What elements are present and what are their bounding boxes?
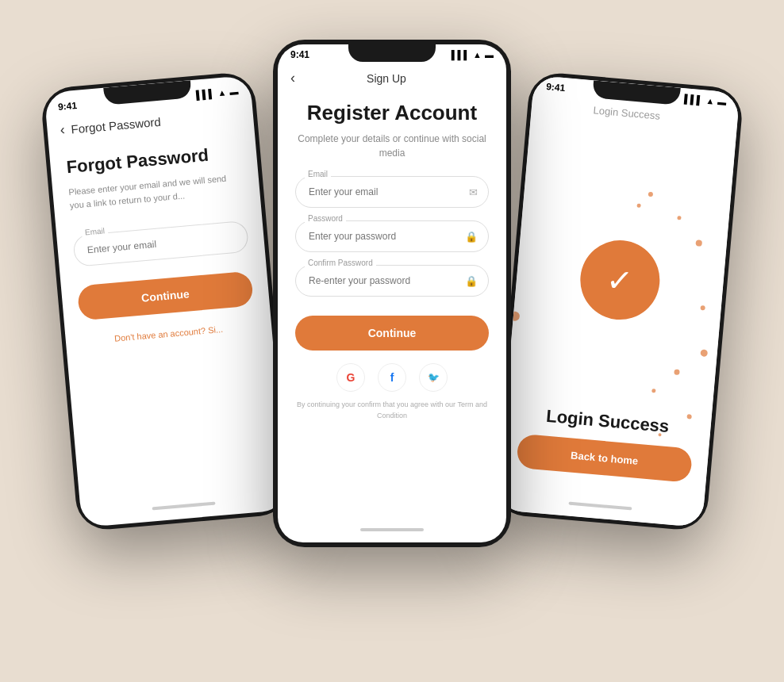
social-buttons-row: G f 🐦 [295,363,489,392]
continue-button-left[interactable]: Continue [77,271,254,321]
wifi-icon-right: ▲ [705,96,715,106]
wifi-icon-center: ▲ [473,50,482,59]
status-icons-left: ▌▌▌ ▲ ▬ [196,86,239,100]
password-input[interactable] [295,220,489,252]
bottom-link-left: Don't have an account? Si... [81,321,256,346]
status-icons-right: ▌▌▌ ▲ ▬ [684,94,727,107]
scene: 9:41 ▌▌▌ ▲ ▬ ‹ Forgot Password Forgot Pa… [35,16,749,666]
wifi-icon: ▲ [217,87,227,98]
terms-text: By continuing your confirm that you agre… [295,400,489,421]
nav-title-left: Forgot Password [71,115,161,136]
google-signin-button[interactable]: G [336,363,365,392]
dot-13 [509,311,520,321]
home-indicator-center [360,528,424,531]
signal-icon-center: ▌▌▌ [452,50,470,59]
lock-icon: 🔒 [465,231,478,243]
dot-8 [701,349,709,357]
password-input-group: Password 🔒 [295,220,489,252]
dot-11 [636,204,640,208]
email-input-group-left: Email [72,220,249,267]
sign-in-link-left[interactable]: Si... [208,324,224,335]
dot-1 [648,191,654,197]
battery-icon-right: ▬ [717,97,727,107]
signup-body: Register Account Complete your details o… [278,93,506,429]
dot-5 [700,305,705,311]
battery-icon-center: ▬ [485,50,494,59]
signal-icon-right: ▌▌▌ [684,94,703,105]
battery-icon: ▬ [229,86,239,97]
email-label-center: Email [305,170,331,178]
confirm-password-input[interactable] [295,265,489,297]
dot-2 [677,216,681,220]
email-input-center[interactable] [295,176,489,208]
forgot-password-screen: 9:41 ▌▌▌ ▲ ▬ ‹ Forgot Password Forgot Pa… [44,75,288,528]
password-label: Password [305,214,346,223]
dot-3 [695,239,702,247]
phone-forgot-password: 9:41 ▌▌▌ ▲ ▬ ‹ Forgot Password Forgot Pa… [40,71,292,531]
dot-6 [674,369,680,375]
checkmark-icon: ✓ [605,262,635,297]
phone-login-success: 9:41 ▌▌▌ ▲ ▬ Login Success [492,71,744,531]
login-success-screen: 9:41 ▌▌▌ ▲ ▬ Login Success [497,75,740,528]
success-icon-wrapper: ✓ [577,236,663,322]
email-input-group-center: Email ✉ [295,176,489,208]
forgot-subtitle: Please enter your email and we will send… [68,170,244,212]
home-indicator-right [568,502,632,511]
email-icon: ✉ [469,186,478,198]
time-right: 9:41 [546,81,566,94]
back-to-home-button[interactable]: Back to home [516,434,693,483]
time-center: 9:41 [290,49,309,60]
signup-subtitle: Complete your details or continue with s… [295,132,489,160]
forgot-body: Forgot Password Please enter your email … [48,128,273,360]
signup-heading: Register Account [295,101,489,125]
status-icons-center: ▌▌▌ ▲ ▬ [452,50,494,59]
signal-icon: ▌▌▌ [196,89,215,100]
dot-7 [651,389,655,393]
confirm-password-label: Confirm Password [305,259,376,267]
confirm-password-input-group: Confirm Password 🔒 [295,265,489,297]
nav-title-center: Sign Up [295,72,494,85]
back-button-left[interactable]: ‹ [60,121,66,138]
signup-screen: 9:41 ▌▌▌ ▲ ▬ ‹ Sign Up Register Account … [278,44,506,542]
twitter-signin-button[interactable]: 🐦 [419,363,448,392]
continue-button-center[interactable]: Continue [295,316,489,351]
home-indicator-left [152,502,216,511]
lock-icon-confirm: 🔒 [465,275,478,287]
time-left: 9:41 [58,100,78,113]
facebook-signin-button[interactable]: f [378,363,406,392]
notch-center [348,44,436,62]
nav-row-center: ‹ Sign Up [278,63,506,93]
phone-signup: 9:41 ▌▌▌ ▲ ▬ ‹ Sign Up Register Account … [273,40,511,547]
